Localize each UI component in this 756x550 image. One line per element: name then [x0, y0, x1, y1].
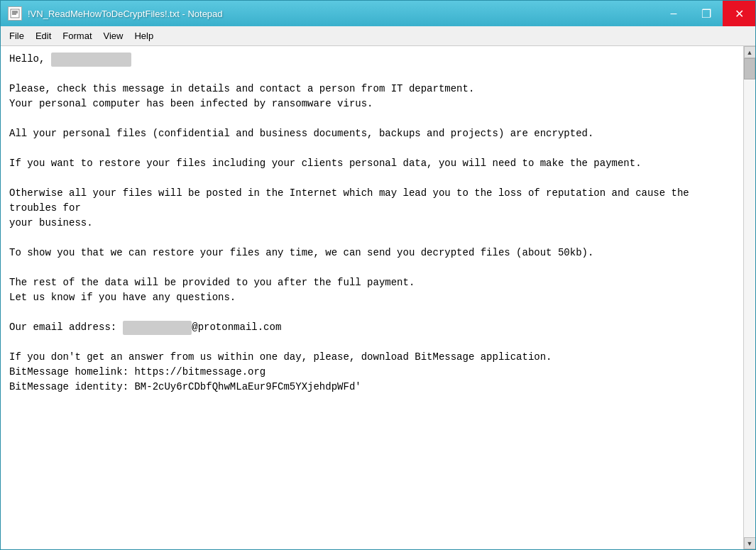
line1: Please, check this message in details an… [9, 83, 474, 94]
menu-format[interactable]: Format [57, 28, 97, 44]
scroll-track[interactable] [744, 58, 755, 537]
menu-bar: File Edit Format View Help [1, 26, 755, 46]
restore-button[interactable]: ❐ [690, 1, 723, 26]
menu-view[interactable]: View [98, 28, 129, 44]
line6: To show you that we can restore your fil… [9, 247, 593, 258]
email-suffix: @protonmail.com [192, 321, 281, 333]
email-label: Our email address: [9, 321, 123, 333]
menu-file[interactable]: File [4, 28, 30, 44]
redacted-name: ██████████████ [51, 53, 131, 67]
scroll-thumb[interactable] [744, 58, 755, 79]
line7: The rest of the data will be provided to… [9, 277, 415, 288]
minimize-button[interactable]: – [657, 1, 690, 26]
greeting-text: Hello, [9, 53, 51, 65]
content-wrapper: Hello, ██████████████ Please, check this… [1, 46, 755, 549]
menu-edit[interactable]: Edit [30, 28, 57, 44]
line9: If you don't get an answer from us withi… [9, 351, 552, 363]
line2: Your personal computer has been infected… [9, 98, 373, 109]
vertical-scrollbar[interactable]: ▲ ▼ [743, 46, 755, 549]
scroll-up-button[interactable]: ▲ [744, 46, 756, 58]
text-content[interactable]: Hello, ██████████████ Please, check this… [1, 46, 743, 549]
line11: BitMessage identity: BM-2cUy6rCDbfQhwMLa… [9, 381, 361, 392]
line4: If you want to restore your files includ… [9, 158, 642, 169]
close-button[interactable]: ✕ [723, 1, 755, 26]
line8: Let us know if you have any questions. [9, 292, 236, 303]
redacted-email: ████████████ [123, 321, 192, 335]
title-bar-left: !VN_ReadMeHowToDeCryptFiles!.txt - Notep… [8, 6, 223, 21]
title-bar-controls: – ❐ ✕ [657, 1, 755, 26]
window-title: !VN_ReadMeHowToDeCryptFiles!.txt - Notep… [28, 9, 223, 19]
title-bar: !VN_ReadMeHowToDeCryptFiles!.txt - Notep… [1, 1, 755, 26]
notepad-icon [8, 6, 22, 21]
menu-help[interactable]: Help [128, 28, 159, 44]
line5b: your business. [9, 217, 93, 229]
line10: BitMessage homelink: https://bitmessage.… [9, 366, 265, 378]
notepad-window: !VN_ReadMeHowToDeCryptFiles!.txt - Notep… [0, 0, 756, 550]
line5a: Otherwise all your files will be posted … [9, 187, 695, 214]
line3: All your personal files (confidential an… [9, 128, 593, 139]
svg-rect-0 [11, 9, 19, 18]
scroll-down-button[interactable]: ▼ [744, 537, 756, 549]
